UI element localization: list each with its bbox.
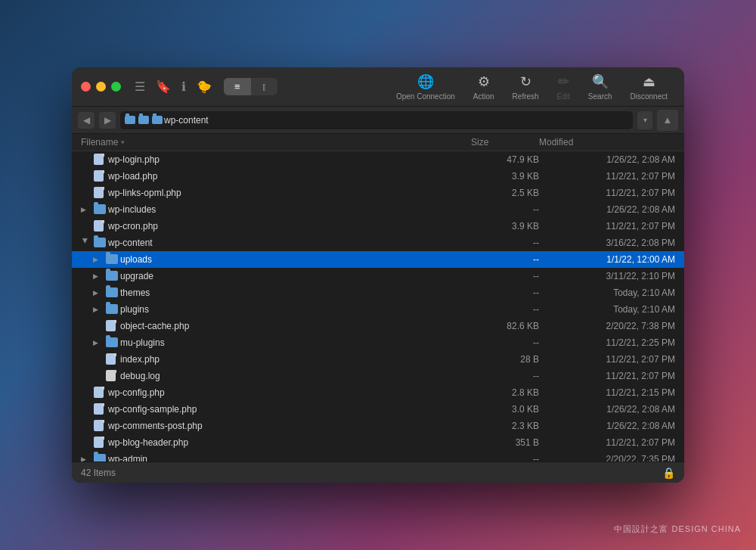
- table-row[interactable]: object-cache.php82.6 KB2/20/22, 7:38 PM: [72, 318, 684, 334]
- edit-btn[interactable]: ✏ Edit: [550, 70, 578, 104]
- breadcrumb[interactable]: wp-content: [120, 111, 633, 129]
- table-row[interactable]: wp-load.php3.9 KB11/2/21, 2:07 PM: [72, 168, 684, 185]
- list-view-icon[interactable]: ☰: [135, 79, 145, 94]
- action-btn[interactable]: ⚙ Action: [466, 70, 502, 104]
- file-name: wp-includes: [108, 204, 156, 215]
- table-row[interactable]: wp-config.php2.8 KB11/2/21, 2:15 PM: [72, 384, 684, 401]
- expand-arrow[interactable]: ▶: [93, 272, 102, 280]
- file-date: 2/20/22, 7:35 PM: [539, 454, 675, 461]
- table-row[interactable]: ▶plugins--Today, 2:10 AM: [72, 301, 684, 318]
- expand-arrow[interactable]: ▶: [93, 306, 102, 313]
- file-size: 3.9 KB: [471, 221, 539, 231]
- file-name: wp-cron.php: [108, 221, 158, 231]
- path-dropdown-btn[interactable]: ▾: [637, 111, 652, 129]
- folder-icon: [106, 253, 116, 266]
- toolbar: 🌐 Open Connection ⚙ Action ↻ Refresh ✏ E…: [389, 70, 675, 104]
- table-row[interactable]: ▶themes--Today, 2:10 AM: [72, 284, 684, 301]
- folder-icon: [106, 337, 116, 349]
- forward-btn[interactable]: ▶: [99, 112, 116, 129]
- file-size: --: [471, 304, 539, 315]
- table-row[interactable]: wp-blog-header.php351 B11/2/21, 2:07 PM: [72, 434, 684, 451]
- file-size: --: [471, 371, 539, 381]
- folder-icon: [94, 237, 104, 249]
- file-date: 1/26/22, 2:08 AM: [539, 421, 675, 431]
- table-row[interactable]: ▶wp-includes--1/26/22, 2:08 AM: [72, 201, 684, 218]
- file-size: 351 B: [471, 437, 539, 448]
- back-btn[interactable]: ◀: [78, 112, 94, 129]
- file-name: wp-links-opml.php: [108, 188, 181, 198]
- table-row[interactable]: wp-comments-post.php2.3 KB1/26/22, 2:08 …: [72, 418, 684, 434]
- breadcrumb-item-current[interactable]: wp-content: [152, 115, 209, 126]
- file-date: 3/11/22, 2:10 PM: [539, 271, 675, 281]
- file-size: --: [471, 204, 539, 215]
- file-name: wp-comments-post.php: [108, 421, 203, 431]
- statusbar: 42 Items 🔒: [72, 461, 684, 483]
- file-date: 1/26/22, 2:08 AM: [539, 404, 675, 415]
- bookmark-icon[interactable]: 🔖: [156, 79, 171, 94]
- file-size: --: [471, 271, 539, 281]
- table-row[interactable]: wp-links-opml.php2.5 KB11/2/21, 2:07 PM: [72, 185, 684, 201]
- search-btn[interactable]: 🔍 Search: [581, 70, 620, 104]
- disconnect-btn[interactable]: ⏏ Disconnect: [623, 70, 675, 104]
- file-date: 11/2/21, 2:07 PM: [539, 221, 675, 231]
- table-row[interactable]: ▶upgrade--3/11/22, 2:10 PM: [72, 268, 684, 284]
- edit-icon: ✏: [558, 73, 569, 90]
- refresh-btn[interactable]: ↻ Refresh: [505, 70, 547, 104]
- minimize-button[interactable]: [96, 82, 106, 92]
- folder-icon: [106, 303, 116, 315]
- file-icon: [106, 370, 116, 382]
- table-row[interactable]: ▶wp-admin--2/20/22, 7:35 PM: [72, 451, 684, 461]
- folder-icon: [94, 204, 104, 216]
- table-row[interactable]: wp-config-sample.php3.0 KB1/26/22, 2:08 …: [72, 401, 684, 418]
- expand-arrow[interactable]: ▶: [82, 238, 89, 247]
- size-column-header[interactable]: Size: [471, 137, 539, 148]
- file-icon: [94, 437, 104, 449]
- filename-column-header[interactable]: Filename ▾: [81, 137, 471, 148]
- refresh-label: Refresh: [513, 92, 539, 101]
- history-icon[interactable]: 🐤: [197, 79, 212, 94]
- table-row[interactable]: ▶uploads--1/1/22, 12:00 AM: [72, 251, 684, 268]
- file-icon: [94, 403, 104, 415]
- file-date: 11/2/21, 2:07 PM: [539, 171, 675, 182]
- file-name: wp-content: [108, 238, 153, 248]
- expand-arrow[interactable]: ▶: [81, 206, 90, 213]
- expand-arrow[interactable]: ▶: [93, 339, 102, 346]
- file-date: 11/2/21, 2:15 PM: [539, 387, 675, 398]
- expand-arrow[interactable]: ▶: [93, 256, 102, 263]
- table-row[interactable]: wp-cron.php3.9 KB11/2/21, 2:07 PM: [72, 218, 684, 235]
- refresh-icon: ↻: [520, 73, 531, 90]
- file-date: 11/2/21, 2:07 PM: [539, 354, 675, 365]
- expand-arrow[interactable]: ▶: [81, 455, 90, 461]
- info-icon[interactable]: ℹ: [181, 79, 186, 94]
- open-connection-icon: 🌐: [417, 73, 434, 90]
- filename-col-label: Filename: [81, 137, 118, 148]
- titlebar: ☰ 🔖 ℹ 🐤 ≡ ⫿ 🌐 Open Connection ⚙ Action ↻…: [72, 67, 684, 107]
- breadcrumb-item-home[interactable]: [125, 116, 135, 124]
- table-row[interactable]: wp-login.php47.9 KB1/26/22, 2:08 AM: [72, 151, 684, 168]
- file-icon: [94, 170, 104, 182]
- column-view-btn[interactable]: ⫿: [251, 78, 277, 95]
- file-size: 3.9 KB: [471, 171, 539, 182]
- close-button[interactable]: [81, 82, 91, 92]
- file-size: --: [471, 337, 539, 348]
- file-date: 1/1/22, 12:00 AM: [539, 254, 675, 265]
- table-row[interactable]: debug.log--11/2/21, 2:07 PM: [72, 368, 684, 384]
- file-name: wp-admin: [108, 454, 147, 461]
- modified-column-header[interactable]: Modified: [539, 137, 675, 148]
- breadcrumb-item-folder1[interactable]: [138, 116, 149, 124]
- file-name: plugins: [120, 304, 149, 315]
- expand-arrow[interactable]: ▶: [93, 289, 102, 297]
- table-row[interactable]: ▶mu-plugins--11/2/21, 2:25 PM: [72, 334, 684, 351]
- open-connection-btn[interactable]: 🌐 Open Connection: [389, 70, 463, 104]
- file-size: 2.8 KB: [471, 387, 539, 398]
- breadcrumb-current-label: wp-content: [164, 115, 209, 126]
- maximize-button[interactable]: [111, 82, 121, 92]
- up-dir-btn[interactable]: ▲: [657, 110, 678, 131]
- file-name: uploads: [120, 254, 152, 265]
- list-view-btn[interactable]: ≡: [224, 78, 251, 95]
- search-icon: 🔍: [592, 73, 609, 90]
- table-row[interactable]: ▶wp-content--3/16/22, 2:08 PM: [72, 235, 684, 251]
- table-row[interactable]: index.php28 B11/2/21, 2:07 PM: [72, 351, 684, 368]
- file-date: 11/2/21, 2:25 PM: [539, 337, 675, 348]
- view-toggle: ≡ ⫿: [224, 78, 277, 95]
